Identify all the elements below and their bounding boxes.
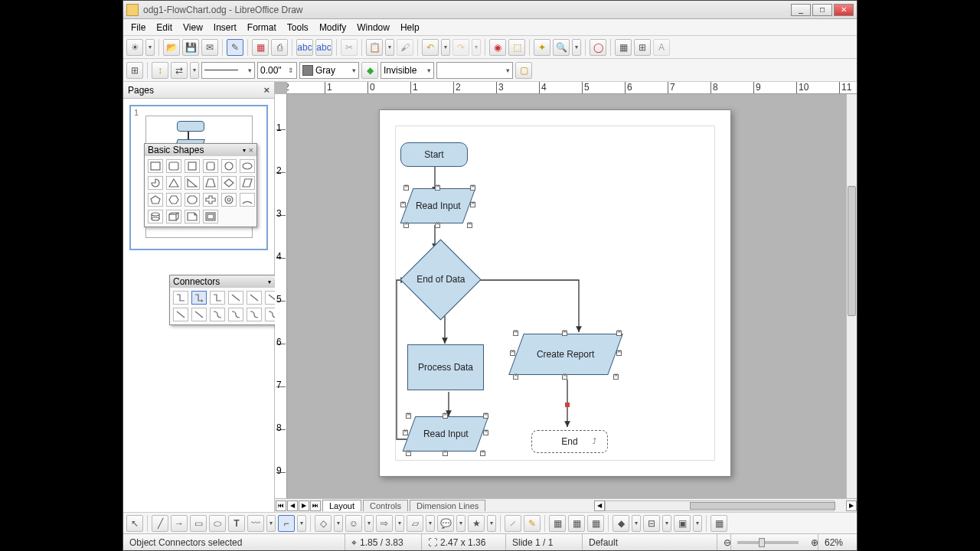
arrow-tool[interactable]: → — [171, 515, 188, 532]
next-tab-button[interactable]: ▶ — [299, 500, 309, 511]
flowcharts-dropdown[interactable]: ▾ — [426, 515, 435, 532]
shape-cube[interactable] — [166, 210, 181, 223]
tab-dimension-lines[interactable]: Dimension Lines — [410, 500, 485, 511]
rotate-dropdown[interactable]: ▾ — [632, 515, 641, 532]
menu-modify[interactable]: Modify — [315, 21, 351, 34]
snap-button[interactable]: ⊞ — [634, 39, 651, 56]
shape-arc[interactable] — [240, 193, 255, 207]
shape-frame[interactable] — [203, 210, 218, 223]
extrusion-tool[interactable]: ▦ — [710, 515, 727, 532]
guides-button[interactable]: A — [653, 39, 670, 56]
pages-panel-close-icon[interactable]: × — [263, 84, 270, 96]
connector-dropdown[interactable]: ▾ — [297, 515, 306, 532]
shape-read-input-2[interactable]: Read Input — [409, 416, 482, 452]
panel-menu-icon[interactable]: ▾ — [268, 279, 271, 285]
shape-ring[interactable] — [221, 193, 237, 207]
connector-handle[interactable] — [565, 403, 570, 407]
connector-line-circle[interactable] — [191, 308, 207, 321]
maximize-button[interactable]: □ — [812, 4, 832, 16]
connector-straight[interactable] — [173, 291, 188, 305]
paste-button[interactable]: 📋 — [366, 39, 383, 56]
shape-hexagon[interactable] — [166, 193, 181, 207]
shape-trapezoid[interactable] — [203, 176, 218, 190]
from-file-tool[interactable]: ▦ — [568, 515, 585, 532]
menu-help[interactable]: Help — [396, 21, 424, 34]
horizontal-ruler[interactable]: 2101234567891011 — [287, 82, 857, 94]
ellipse-tool[interactable]: ⬭ — [209, 515, 226, 532]
status-slide[interactable]: Slide 1 / 1 — [506, 534, 583, 550]
zoom-in-button[interactable]: ⊕ — [805, 534, 818, 550]
zoom-slider-knob[interactable] — [759, 538, 765, 547]
open-button[interactable]: 📂 — [163, 39, 180, 56]
flowcharts-tool[interactable]: ▱ — [407, 515, 423, 532]
save-button[interactable]: 💾 — [182, 39, 199, 56]
panel-menu-icon[interactable]: ▾ — [243, 147, 246, 154]
zoom-value[interactable]: 62% — [818, 534, 857, 550]
connector-line[interactable] — [228, 291, 243, 305]
shape-pentagon[interactable] — [148, 193, 163, 207]
shape-square[interactable] — [185, 159, 200, 173]
basic-shapes-dropdown[interactable]: ▾ — [334, 515, 343, 532]
symbol-shapes-dropdown[interactable]: ▾ — [364, 515, 374, 532]
new-dropdown[interactable]: ▾ — [145, 39, 155, 56]
stars-tool[interactable]: ★ — [468, 515, 485, 532]
shape-diamond[interactable] — [221, 176, 237, 190]
redo-button[interactable]: ↷ — [452, 39, 469, 56]
horizontal-scrollbar-thumb[interactable] — [690, 502, 835, 510]
rectangle-tool[interactable]: ▭ — [190, 515, 207, 532]
zoom-dropdown[interactable]: ▾ — [572, 39, 581, 56]
zoom-slider[interactable] — [737, 541, 799, 544]
connector-curved-arrows[interactable] — [247, 308, 262, 321]
status-style[interactable]: Default — [583, 534, 717, 550]
shape-rectangle[interactable] — [148, 159, 163, 173]
line-color-select[interactable]: Gray ▾ — [299, 62, 359, 79]
shape-rounded-rectangle[interactable] — [166, 159, 181, 173]
vertical-ruler[interactable]: 123456789 — [275, 94, 287, 498]
block-arrows-dropdown[interactable]: ▾ — [395, 515, 404, 532]
navigator-button[interactable]: ✦ — [534, 39, 550, 56]
shape-start[interactable]: Start — [400, 142, 468, 167]
hscroll-right[interactable]: ▶ — [846, 500, 857, 511]
callouts-dropdown[interactable]: ▾ — [456, 515, 466, 532]
email-button[interactable]: ✉ — [201, 39, 218, 56]
tab-layout[interactable]: Layout — [322, 500, 361, 511]
line-width-spinner[interactable]: 0.00" ⇕ — [257, 62, 297, 79]
arrange-tool[interactable]: ▣ — [674, 515, 691, 532]
area-button[interactable]: ◆ — [361, 62, 378, 79]
shape-right-triangle[interactable] — [185, 176, 200, 190]
shape-folded-corner[interactable] — [185, 210, 200, 223]
menu-format[interactable]: Format — [243, 21, 281, 34]
export-pdf-button[interactable]: ▦ — [252, 39, 269, 56]
menu-view[interactable]: View — [178, 21, 207, 34]
last-tab-button[interactable]: ⏭ — [310, 500, 321, 511]
paste-dropdown[interactable]: ▾ — [385, 39, 394, 56]
titlebar[interactable]: odg1-FlowChart.odg - LibreOffice Draw _ … — [123, 1, 857, 19]
chart-button[interactable]: ◉ — [489, 39, 506, 56]
grid-button[interactable]: ▦ — [615, 39, 632, 56]
vertical-scrollbar[interactable] — [846, 94, 857, 498]
line-ends-dropdown[interactable]: ▾ — [190, 62, 199, 79]
connector-straight-arrow[interactable] — [191, 291, 207, 305]
line-style-select[interactable]: ▾ — [201, 62, 255, 79]
close-button[interactable]: ✕ — [834, 4, 854, 16]
shape-parallelogram[interactable] — [240, 176, 255, 190]
shape-end[interactable]: End ⤴ — [531, 430, 608, 453]
curve-tool[interactable]: 〰 — [247, 515, 264, 532]
redo-dropdown[interactable]: ▾ — [472, 39, 481, 56]
stars-dropdown[interactable]: ▾ — [487, 515, 496, 532]
align-tool[interactable]: ⊟ — [643, 515, 660, 532]
shape-ellipse[interactable] — [240, 159, 255, 173]
minimize-button[interactable]: _ — [791, 4, 811, 16]
undo-button[interactable]: ↶ — [422, 39, 439, 56]
tab-controls[interactable]: Controls — [363, 500, 408, 511]
shape-isosceles-triangle[interactable] — [166, 176, 181, 190]
shape-read-input-1[interactable]: Read Input — [407, 188, 469, 223]
basic-shapes-header[interactable]: Basic Shapes ▾ × — [145, 144, 256, 156]
menu-file[interactable]: File — [126, 21, 150, 34]
format-paintbrush-button[interactable]: 🖌 — [397, 39, 413, 56]
connector-curved[interactable] — [210, 308, 225, 321]
horizontal-scrollbar[interactable] — [605, 500, 835, 511]
vertical-scrollbar-thumb[interactable] — [848, 186, 856, 316]
symbol-shapes-tool[interactable]: ☺ — [345, 515, 362, 532]
connectors-panel[interactable]: Connectors ▾ × — [169, 275, 283, 325]
